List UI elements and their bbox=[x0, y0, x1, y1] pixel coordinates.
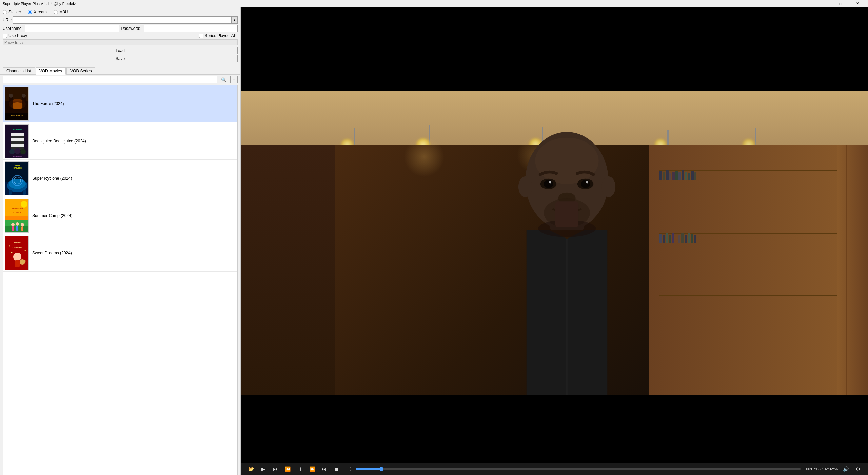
bottles-row-1 bbox=[659, 170, 857, 180]
svg-text:ICYCLONE: ICYCLONE bbox=[13, 167, 22, 169]
settings-area: Stalker Xtream M3U URL: ▼ bbox=[0, 7, 240, 66]
svg-point-71 bbox=[601, 176, 615, 197]
svg-rect-44 bbox=[21, 226, 23, 231]
url-label: URL: bbox=[3, 18, 13, 22]
tab-vod-movies[interactable]: VOD Movies bbox=[36, 67, 66, 75]
svg-point-49 bbox=[13, 253, 21, 261]
svg-point-58 bbox=[535, 138, 598, 184]
scene-container bbox=[241, 91, 868, 395]
tab-vod-series[interactable]: VOD Series bbox=[66, 67, 95, 74]
video-black-top bbox=[241, 7, 868, 91]
window-controls: ─ □ ✕ bbox=[816, 0, 865, 7]
radio-stalker-input[interactable] bbox=[3, 10, 7, 14]
app-title: Super Iptv Player Plus V 1.1.4 @by Freek… bbox=[3, 2, 76, 6]
credentials-row: Username: Password: bbox=[3, 25, 238, 32]
svg-rect-14 bbox=[11, 138, 24, 141]
radio-xtream[interactable]: Xtream bbox=[28, 10, 47, 14]
list-item[interactable]: THE FORGE The Forge (2024) bbox=[3, 85, 237, 122]
radio-m3u[interactable]: M3U bbox=[54, 10, 68, 14]
minimize-button[interactable]: ─ bbox=[816, 0, 831, 7]
svg-text:BEETLEJUICE: BEETLEJUICE bbox=[13, 155, 22, 157]
video-frame[interactable] bbox=[241, 91, 868, 395]
search-input[interactable] bbox=[3, 76, 217, 83]
movie-title: Summer Camp (2024) bbox=[32, 213, 73, 218]
use-proxy-label: Use Proxy bbox=[8, 33, 27, 38]
settings-button[interactable]: ⚙ bbox=[853, 464, 863, 474]
list-item[interactable]: SUPER ICYCLONE Super Icyclone (2024) bbox=[3, 160, 237, 197]
next-icon: ⏭ bbox=[322, 466, 327, 472]
fullscreen-button[interactable]: ⛶ bbox=[344, 464, 353, 474]
password-input[interactable] bbox=[144, 25, 238, 32]
progress-bar[interactable] bbox=[356, 468, 801, 470]
tab-channels-list[interactable]: Channels List bbox=[3, 67, 35, 74]
movie-title: Sweet Dreams (2024) bbox=[32, 251, 72, 255]
current-time: 00:07:03 bbox=[806, 467, 821, 471]
play-button[interactable]: ▶ bbox=[258, 464, 268, 474]
rewind-button[interactable]: ⏪ bbox=[283, 464, 292, 474]
svg-point-36 bbox=[21, 201, 27, 208]
open-file-button[interactable]: 📂 bbox=[246, 464, 256, 474]
minus-button[interactable]: − bbox=[230, 76, 238, 83]
stop-button[interactable]: ⏹ bbox=[332, 464, 341, 474]
tab-vod-movies-label: VOD Movies bbox=[39, 69, 62, 73]
svg-point-3 bbox=[11, 102, 23, 109]
svg-rect-4 bbox=[9, 97, 13, 111]
svg-rect-30 bbox=[9, 190, 12, 195]
proxy-entry-label: Proxy Entry bbox=[4, 40, 24, 44]
tab-channels-list-label: Channels List bbox=[6, 69, 31, 73]
movie-poster-summer: SUMMER CAMP bbox=[5, 199, 29, 233]
next-button[interactable]: ⏭ bbox=[319, 464, 329, 474]
total-time: 02:02:56 bbox=[824, 467, 838, 471]
video-area bbox=[241, 7, 868, 463]
person-container bbox=[479, 106, 655, 395]
fast-forward-button[interactable]: ⏩ bbox=[307, 464, 317, 474]
action-buttons: Load Save bbox=[3, 47, 238, 62]
svg-point-18 bbox=[14, 148, 20, 154]
radio-m3u-input[interactable] bbox=[54, 10, 58, 14]
radio-xtream-label: Xtream bbox=[34, 10, 47, 14]
svg-point-19 bbox=[20, 149, 26, 154]
left-wall bbox=[241, 145, 335, 395]
search-button[interactable]: 🔍 bbox=[219, 76, 229, 83]
movie-list: THE FORGE The Forge (2024) bbox=[3, 85, 238, 475]
url-input[interactable] bbox=[13, 17, 231, 23]
svg-point-6 bbox=[9, 94, 13, 98]
svg-text:✦: ✦ bbox=[9, 245, 11, 247]
svg-text:Sweet: Sweet bbox=[13, 241, 21, 244]
url-dropdown-button[interactable]: ▼ bbox=[231, 17, 237, 23]
save-button[interactable]: Save bbox=[3, 55, 238, 62]
series-player-api-checkbox-label[interactable]: Series Player_API bbox=[199, 33, 238, 38]
svg-text:SUMMER: SUMMER bbox=[11, 207, 23, 210]
radio-m3u-label: M3U bbox=[59, 10, 68, 14]
svg-text:Dreams: Dreams bbox=[12, 246, 22, 249]
list-item[interactable]: BEETLEJUICE BEETLEJUICE Beetlejuice Beet… bbox=[3, 122, 237, 160]
movie-title: The Forge (2024) bbox=[32, 101, 64, 106]
svg-rect-73 bbox=[555, 201, 578, 227]
radio-stalker[interactable]: Stalker bbox=[3, 10, 21, 14]
use-proxy-checkbox[interactable] bbox=[3, 34, 7, 38]
svg-rect-15 bbox=[11, 144, 24, 147]
svg-text:THE FORGE: THE FORGE bbox=[11, 115, 24, 116]
maximize-button[interactable]: □ bbox=[833, 0, 848, 7]
close-button[interactable]: ✕ bbox=[850, 0, 865, 7]
movie-poster-sweet-dreams: Sweet Dreams ✦ ✦ ✦ bbox=[5, 236, 29, 270]
svg-point-43 bbox=[21, 223, 24, 226]
stop-icon: ⏹ bbox=[334, 466, 339, 472]
username-input[interactable] bbox=[25, 25, 119, 32]
list-item[interactable]: SUMMER CAMP Summer Camp (2024) bbox=[3, 197, 237, 234]
use-proxy-checkbox-label[interactable]: Use Proxy bbox=[3, 33, 27, 38]
svg-rect-5 bbox=[22, 97, 26, 111]
settings-icon: ⚙ bbox=[856, 466, 860, 472]
prev-button[interactable]: ⏮ bbox=[271, 464, 280, 474]
pause-button[interactable]: ⏸ bbox=[295, 464, 304, 474]
volume-button[interactable]: 🔊 bbox=[841, 464, 850, 474]
tab-vod-series-label: VOD Series bbox=[70, 69, 92, 73]
rewind-icon: ⏪ bbox=[285, 466, 291, 472]
progress-thumb[interactable] bbox=[379, 467, 383, 471]
svg-text:BEETLEJUICE: BEETLEJUICE bbox=[13, 128, 22, 130]
load-button[interactable]: Load bbox=[3, 47, 238, 54]
radio-xtream-input[interactable] bbox=[28, 10, 32, 14]
series-player-api-checkbox[interactable] bbox=[199, 34, 203, 38]
list-item[interactable]: Sweet Dreams ✦ ✦ ✦ bbox=[3, 234, 237, 272]
svg-rect-50 bbox=[15, 260, 20, 267]
